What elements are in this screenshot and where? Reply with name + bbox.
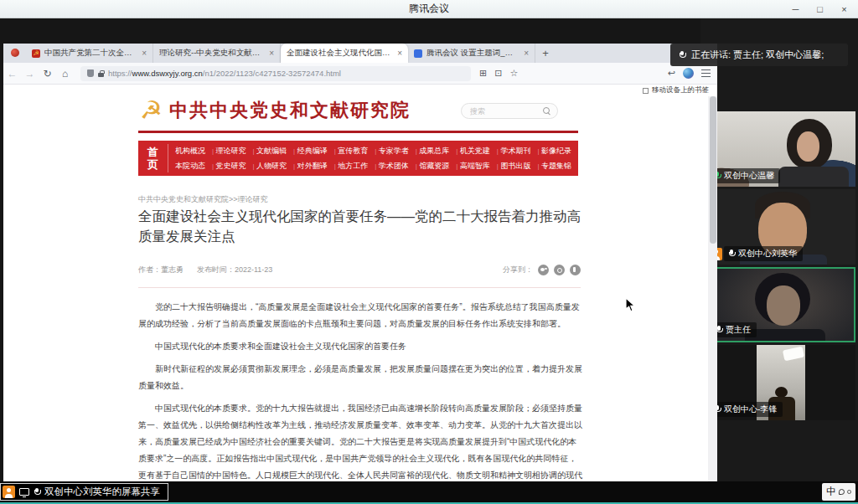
header-divider: [138, 131, 578, 133]
wechat-share-icon[interactable]: [538, 265, 549, 275]
site-search-box[interactable]: [461, 103, 558, 119]
search-icon[interactable]: [543, 107, 550, 115]
paragraph: 党的二十大报告明确提出，“高质量发展是全面建设社会主义现代化国家的首要任务”。报…: [138, 299, 582, 332]
tab-baidu-search[interactable]: 腾讯会议 设置主题词_百度搜索 ×: [408, 44, 535, 63]
account-avatar-icon[interactable]: [683, 68, 694, 79]
article-title: 全面建设社会主义现代化国家的首要任务——党的二十大报告着力推动高质量发展关注点: [138, 206, 581, 246]
menu-icon[interactable]: [701, 69, 711, 77]
reload-icon[interactable]: ↻: [39, 68, 56, 80]
nav-item[interactable]: 地方工作: [338, 161, 376, 172]
tab-close-icon[interactable]: ×: [142, 49, 147, 58]
tab-party-congress[interactable]: ☭ 中国共产党第二十次全国代表大… ×: [26, 44, 153, 63]
ime-circle-icon: [847, 490, 851, 494]
search-input[interactable]: [470, 107, 540, 116]
participant-label: 贾主任: [711, 322, 757, 337]
sync-arrow-icon[interactable]: ↩: [668, 68, 675, 79]
tab-close-icon[interactable]: ×: [397, 49, 402, 58]
share-label: 分享到：: [503, 265, 533, 275]
nav-item[interactable]: 理论研究: [216, 146, 255, 157]
webpage: ☭ 中共中央党史和文献研究院 首页 机构概况 理论研究 文献编辑 经典编译 宣传…: [3, 96, 708, 481]
breadcrumb[interactable]: 中共中央党史和文献研究院>>理论研究: [138, 194, 268, 205]
nav-item[interactable]: 学术团体: [379, 161, 417, 172]
paragraph: 中国式现代化的本质要求。党的十九大报告就提出，我国经济已由高速增长阶段转向高质量…: [138, 400, 582, 481]
page-scrollbar[interactable]: [708, 96, 717, 481]
close-button[interactable]: ×: [832, 0, 856, 18]
meta-divider: [138, 287, 581, 288]
tab-theory-research[interactable]: 理论研究--中央党史和文献研究院… ×: [153, 44, 281, 63]
nav-item[interactable]: 影像纪录: [541, 146, 571, 157]
article-meta-row: 作者：董志勇 发布时间：2022-11-23 分享到：: [138, 265, 581, 275]
browser-tab-bar: ☭ 中国共产党第二十次全国代表大… × 理论研究--中央党史和文献研究院… × …: [3, 44, 717, 63]
browser-navbar: ← → ↻ ⌂ https://www.dswxyjy.org.cn/n1/20…: [3, 63, 717, 85]
nav-home[interactable]: 首页: [138, 144, 168, 172]
article-body: 党的二十大报告明确提出，“高质量发展是全面建设社会主义现代化国家的首要任务”。报…: [138, 299, 582, 481]
minimize-button[interactable]: ─: [783, 0, 808, 18]
paragraph-subheading: 中国式现代化的本质要求和全面建设社会主义现代化国家的首要任务: [138, 338, 582, 355]
url-text: https://www.dswxyjy.org.cn/n1/2022/1123/…: [108, 69, 341, 78]
reader-mode-icon[interactable]: ⊡: [494, 68, 502, 79]
firefox-icon: [11, 49, 19, 57]
nav-item[interactable]: 本院动态: [175, 161, 214, 172]
nav-item[interactable]: 专家学者: [379, 146, 417, 157]
nav-item[interactable]: 机构概况: [175, 146, 214, 157]
screen-share-icon: [19, 488, 29, 496]
maximize-button[interactable]: □: [808, 0, 832, 18]
extensions-icon[interactable]: ⊞: [479, 68, 487, 79]
mouse-cursor: [625, 297, 636, 313]
nav-item[interactable]: 文献编辑: [256, 146, 295, 157]
qzone-share-icon[interactable]: [570, 265, 581, 275]
tab-close-icon[interactable]: ×: [269, 49, 274, 58]
bookmark-item[interactable]: 移动设备上的书签: [652, 85, 709, 95]
party-emblem-icon: ☭: [140, 98, 163, 123]
bookmark-star-icon[interactable]: ☆: [509, 68, 518, 79]
nav-item[interactable]: 机关党建: [460, 146, 499, 157]
ime-indicator[interactable]: 中: [822, 483, 855, 501]
back-icon[interactable]: ←: [3, 68, 21, 80]
nav-row-1: 机构概况 理论研究 文献编辑 经典编译 宣传教育 专家学者 成果总库 机关党建 …: [175, 146, 571, 157]
party-emblem-favicon: ☭: [32, 49, 40, 58]
baidu-favicon: [414, 49, 422, 58]
shared-screen-browser: ☭ 中国共产党第二十次全国代表大… × 理论研究--中央党史和文献研究院… × …: [3, 44, 717, 481]
paragraph: 新时代新征程的发展必须贯彻新发展理念，必须是高质量发展，把发展质量问题摆在更为突…: [138, 361, 582, 394]
tab-close-icon[interactable]: ×: [524, 49, 529, 58]
nav-item[interactable]: 馆藏资源: [419, 161, 457, 172]
address-bar-actions: ⊞ ⊡ ☆: [479, 68, 518, 79]
video-tile-jiazhuren[interactable]: 贾主任: [706, 267, 855, 342]
nav-item[interactable]: 人物研究: [256, 161, 295, 172]
new-tab-button[interactable]: +: [535, 44, 556, 63]
nav-item[interactable]: 成果总库: [419, 146, 457, 157]
meeting-bottom-bar: 双创中心刘英华的屏幕共享 中: [0, 481, 858, 504]
video-tile-lifeng[interactable]: 双创中心-李锋: [706, 345, 855, 420]
participant-label: 双创中心刘英华: [724, 246, 803, 261]
bookmark-folder-icon: [643, 88, 649, 94]
video-tile-liuyinghua[interactable]: 双创中心刘英华: [706, 189, 855, 265]
screen-share-indicator: 双创中心刘英华的屏幕共享: [0, 483, 168, 501]
ime-hand-icon: [839, 489, 845, 495]
nav-item[interactable]: 宣传教育: [338, 146, 376, 157]
weibo-share-icon[interactable]: [554, 265, 565, 275]
bookmarks-toolbar: 移动设备上的书签: [3, 85, 717, 96]
nav-item[interactable]: 对外翻译: [297, 161, 336, 172]
forward-icon[interactable]: →: [21, 68, 39, 80]
nav-item[interactable]: 党史研究: [216, 161, 255, 172]
participant-label: 双创中心温馨: [710, 168, 780, 183]
scrollbar-thumb[interactable]: [710, 96, 716, 244]
lock-icon: [98, 73, 104, 77]
address-bar[interactable]: https://www.dswxyjy.org.cn/n1/2022/1123/…: [80, 66, 471, 81]
tab-active-article[interactable]: 全面建设社会主义现代化国家的首… ×: [281, 44, 408, 63]
tencent-meeting-window: 腾讯会议 ─ □ × 正在讲话: 贾主任; 双创中心温馨; ☭ 中国共产党第二十…: [0, 0, 858, 504]
nav-item[interactable]: 学术期刊: [500, 146, 539, 157]
window-titlebar: 腾讯会议 ─ □ ×: [0, 0, 858, 18]
home-icon[interactable]: ⌂: [56, 68, 74, 80]
video-tile-wenxin[interactable]: 双创中心温馨: [706, 111, 855, 187]
ime-language-label: 中: [826, 485, 836, 499]
nav-item[interactable]: 高端智库: [460, 161, 499, 172]
nav-item[interactable]: 图书出版: [500, 161, 539, 172]
participants-panel: 双创中心温馨 双创中心刘英华 贾主任: [700, 18, 858, 481]
nav-item[interactable]: 经典编译: [297, 146, 336, 157]
article-publish-time: 发布时间：2022-11-23: [197, 265, 272, 275]
nav-item[interactable]: 专题集锦: [541, 161, 571, 172]
nav-row-2: 本院动态 党史研究 人物研究 对外翻译 地方工作 学术团体 馆藏资源 高端智库 …: [175, 161, 571, 172]
shield-icon: [87, 69, 94, 77]
window-controls: ─ □ ×: [783, 0, 856, 18]
